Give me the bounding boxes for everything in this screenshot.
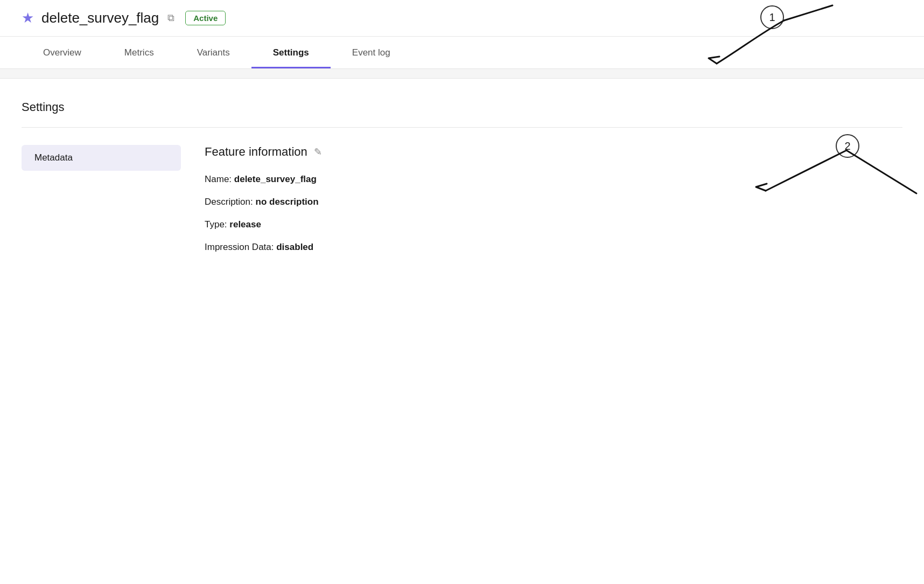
name-label: Name: xyxy=(205,174,232,184)
page-section-title: Settings xyxy=(22,100,902,114)
tab-event-log[interactable]: Event log xyxy=(331,37,412,68)
sidebar-item-metadata[interactable]: Metadata xyxy=(22,145,181,171)
tab-variants[interactable]: Variants xyxy=(176,37,251,68)
info-row-name: Name: delete_survey_flag xyxy=(205,174,902,185)
info-row-type: Type: release xyxy=(205,219,902,230)
subheader-bar xyxy=(0,69,924,79)
copy-icon[interactable]: ⧉ xyxy=(167,12,174,24)
impression-value: disabled xyxy=(276,242,313,252)
tab-settings[interactable]: Settings xyxy=(251,37,331,68)
name-value: delete_survey_flag xyxy=(234,174,317,184)
page-wrapper: ★ delete_survey_flag ⧉ Active 1 Overview… xyxy=(0,0,924,382)
header: ★ delete_survey_flag ⧉ Active 1 xyxy=(0,0,924,37)
settings-layout: Metadata Feature information ✎ 2 xyxy=(22,145,902,360)
star-icon[interactable]: ★ xyxy=(22,10,34,26)
active-badge[interactable]: Active xyxy=(185,11,226,25)
feature-info-title: Feature information xyxy=(205,145,307,159)
info-row-description: Description: no description xyxy=(205,197,902,207)
feature-info-area: Feature information ✎ 2 xyxy=(205,145,902,174)
section-divider xyxy=(22,127,902,128)
edit-icon[interactable]: ✎ xyxy=(314,146,322,158)
settings-sidebar: Metadata xyxy=(22,145,194,360)
description-value: no description xyxy=(256,197,319,207)
page-content: Settings Metadata Feature information ✎ xyxy=(0,79,924,382)
settings-main: Feature information ✎ 2 xyxy=(194,145,902,360)
annotation-2-area: 2 xyxy=(836,134,859,158)
info-row-impression: Impression Data: disabled xyxy=(205,242,902,253)
annotation-2: 2 xyxy=(836,134,859,158)
tabs-nav: Overview Metrics Variants Settings Event… xyxy=(0,37,924,69)
type-label: Type: xyxy=(205,219,227,230)
impression-label: Impression Data: xyxy=(205,242,274,252)
tab-metrics[interactable]: Metrics xyxy=(103,37,176,68)
flag-title: delete_survey_flag xyxy=(41,10,159,26)
tab-overview[interactable]: Overview xyxy=(22,37,103,68)
type-value: release xyxy=(229,219,261,230)
annotation-1: 1 xyxy=(760,5,784,29)
description-label: Description: xyxy=(205,197,253,207)
feature-info-header: Feature information ✎ xyxy=(205,145,902,159)
